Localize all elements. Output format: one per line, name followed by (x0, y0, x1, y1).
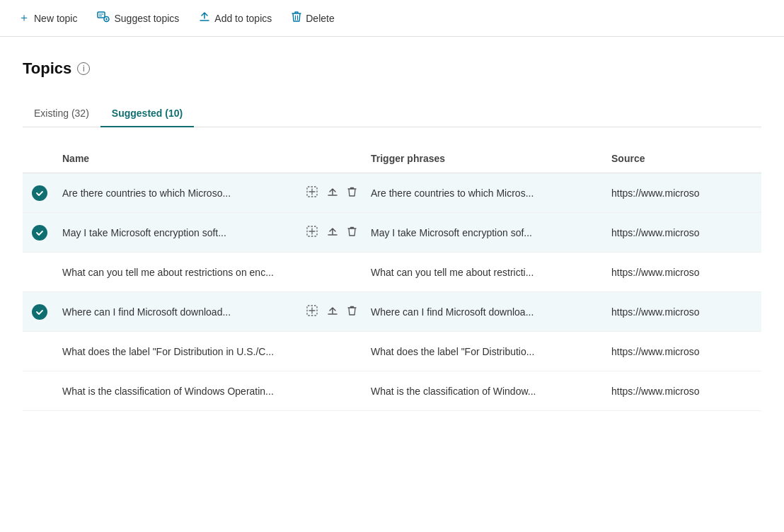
checked-indicator (32, 185, 47, 201)
row-name-text: What can you tell me about restrictions … (62, 267, 299, 278)
row-source-cell: https://www.microso (606, 261, 761, 284)
row-move-up-button[interactable] (325, 342, 340, 360)
row-add-button[interactable] (325, 184, 340, 202)
table-row[interactable]: Are there countries to which Microso... (23, 173, 761, 213)
plus-icon: ＋ (18, 11, 30, 25)
add-to-topics-row-icon (306, 384, 318, 395)
row-name-text: What does the label "For Distribution in… (62, 346, 299, 357)
move-up-icon (328, 226, 338, 237)
row-checkbox[interactable] (23, 222, 57, 243)
table-row[interactable]: What is the classification of Windows Op… (23, 371, 761, 411)
row-move-up-button[interactable] (325, 263, 340, 281)
row-name-cell: May I take Microsoft encryption soft... (57, 218, 365, 247)
row-name-cell: Where can I find Microsoft download... (57, 297, 365, 326)
row-add-to-topics-button[interactable] (304, 224, 321, 241)
add-to-topics-row-icon (306, 265, 318, 277)
delete-label: Delete (306, 13, 334, 24)
row-name-cell: What does the label "For Distribution in… (57, 337, 365, 366)
info-icon[interactable]: i (77, 62, 90, 75)
suggest-topics-label: Suggest topics (114, 13, 179, 24)
add-to-topics-row-icon (306, 305, 318, 316)
row-checkbox[interactable] (23, 301, 57, 323)
row-move-up-button[interactable] (325, 303, 340, 320)
move-up-icon (328, 186, 338, 197)
page-content: Topics i Existing (32) Suggested (10) Na… (0, 37, 784, 411)
table-row[interactable]: What can you tell me about restrictions … (23, 253, 761, 292)
suggest-topics-button[interactable]: Suggest topics (90, 7, 186, 30)
row-delete-button[interactable] (345, 383, 359, 400)
row-name-cell: What can you tell me about restrictions … (57, 258, 365, 287)
row-delete-icon (347, 187, 357, 197)
toolbar: ＋ New topic Suggest topics Add to topics (0, 0, 784, 37)
row-trigger-cell: What can you tell me about restricti... (365, 261, 606, 284)
row-name-text: What is the classification of Windows Op… (62, 386, 299, 397)
row-actions (304, 303, 359, 320)
row-delete-icon (347, 385, 357, 395)
tabs: Existing (32) Suggested (10) (23, 100, 761, 127)
table-row[interactable]: What does the label "For Distribution in… (23, 332, 761, 371)
new-topic-button[interactable]: ＋ New topic (11, 6, 84, 30)
suggest-topics-icon (97, 11, 110, 25)
checked-indicator (32, 304, 47, 320)
row-move-up-button[interactable] (325, 224, 340, 241)
row-checkbox[interactable] (23, 270, 57, 275)
row-trigger-cell: What is the classification of Window... (365, 380, 606, 403)
delete-button[interactable]: Delete (284, 7, 341, 30)
row-add-to-topics-button[interactable] (304, 342, 321, 360)
row-name-cell: Are there countries to which Microso... (57, 178, 365, 207)
row-trigger-cell: What does the label "For Distributio... (365, 340, 606, 363)
row-actions (304, 224, 359, 241)
row-add-to-topics-button[interactable] (304, 303, 321, 320)
row-checkbox[interactable] (23, 388, 57, 394)
row-name-text: Where can I find Microsoft download... (62, 306, 299, 318)
move-up-icon (328, 265, 338, 277)
move-up-icon (328, 305, 338, 316)
checked-indicator (32, 225, 47, 241)
col-name: Name (57, 150, 365, 167)
add-to-topics-button[interactable]: Add to topics (192, 7, 279, 30)
row-name-cell: What is the classification of Windows Op… (57, 376, 365, 405)
add-to-topics-row-icon (306, 186, 318, 197)
add-to-topics-icon (199, 11, 210, 25)
col-source: Source (606, 150, 761, 167)
row-delete-button[interactable] (345, 224, 359, 241)
col-check (23, 150, 57, 167)
row-delete-button[interactable] (345, 343, 359, 360)
tab-existing[interactable]: Existing (32) (23, 100, 100, 127)
row-move-up-button[interactable] (325, 382, 340, 400)
topics-table: Name Trigger phrases Source Are there co… (23, 144, 761, 411)
col-trigger: Trigger phrases (365, 150, 606, 167)
svg-rect-0 (98, 12, 105, 18)
row-delete-icon (347, 345, 357, 356)
table-header: Name Trigger phrases Source (23, 144, 761, 173)
row-trigger-cell: Where can I find Microsoft downloa... (365, 301, 606, 323)
table-row[interactable]: Where can I find Microsoft download... (23, 292, 761, 332)
add-to-topics-row-icon (306, 226, 318, 237)
row-source-cell: https://www.microso (606, 380, 761, 403)
row-delete-button[interactable] (345, 185, 359, 202)
row-trigger-cell: May I take Microsoft encryption sof... (365, 221, 606, 244)
row-delete-button[interactable] (345, 303, 359, 320)
move-up-icon (328, 345, 338, 356)
add-to-topics-row-icon (306, 345, 318, 356)
row-name-text: Are there countries to which Microso... (62, 187, 299, 199)
page-title: Topics (23, 59, 71, 78)
row-add-to-topics-button[interactable] (304, 263, 321, 281)
row-delete-icon (347, 266, 357, 277)
row-name-text: May I take Microsoft encryption soft... (62, 227, 299, 238)
row-actions (304, 184, 359, 202)
table-row[interactable]: May I take Microsoft encryption soft... (23, 213, 761, 253)
row-checkbox[interactable] (23, 349, 57, 354)
row-source-cell: https://www.microso (606, 301, 761, 323)
move-up-icon (328, 384, 338, 395)
row-delete-button[interactable] (345, 264, 359, 281)
row-checkbox[interactable] (23, 183, 57, 204)
row-add-to-topics-button[interactable] (304, 382, 321, 400)
row-add-to-topics-button[interactable] (304, 184, 321, 202)
row-source-cell: https://www.microso (606, 340, 761, 363)
row-trigger-cell: Are there countries to which Micros... (365, 182, 606, 204)
row-delete-icon (347, 226, 357, 237)
add-to-topics-label: Add to topics (214, 13, 272, 24)
delete-icon (292, 11, 301, 25)
tab-suggested[interactable]: Suggested (10) (100, 100, 194, 127)
